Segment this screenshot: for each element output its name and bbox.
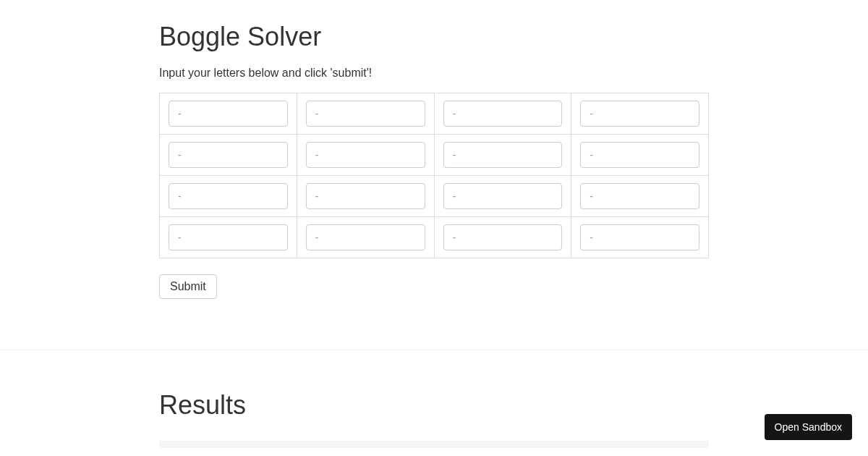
submit-button[interactable]: Submit (159, 274, 217, 299)
page-title: Boggle Solver (159, 22, 709, 52)
grid-row (160, 135, 709, 176)
grid-cell-input[interactable] (169, 224, 288, 250)
results-output (159, 441, 709, 448)
grid-cell-input[interactable] (169, 183, 288, 209)
grid-cell-input[interactable] (580, 101, 699, 127)
grid-cell-input[interactable] (306, 224, 425, 250)
open-sandbox-button[interactable]: Open Sandbox (765, 414, 852, 440)
grid-cell-input[interactable] (306, 142, 425, 168)
grid-row (160, 217, 709, 258)
grid-cell-input[interactable] (580, 142, 699, 168)
results-heading: Results (159, 390, 709, 421)
grid-cell-input[interactable] (169, 101, 288, 127)
grid-cell-input[interactable] (443, 101, 563, 127)
section-divider (0, 350, 868, 350)
grid-row (160, 176, 709, 217)
instructions-text: Input your letters below and click 'subm… (159, 67, 709, 80)
grid-row (160, 93, 709, 135)
grid-cell-input[interactable] (306, 183, 425, 209)
boggle-grid (159, 93, 709, 258)
grid-cell-input[interactable] (580, 224, 699, 250)
grid-cell-input[interactable] (306, 101, 425, 127)
grid-cell-input[interactable] (443, 142, 563, 168)
grid-cell-input[interactable] (443, 183, 563, 209)
grid-cell-input[interactable] (169, 142, 288, 168)
grid-cell-input[interactable] (443, 224, 563, 250)
grid-cell-input[interactable] (580, 183, 699, 209)
